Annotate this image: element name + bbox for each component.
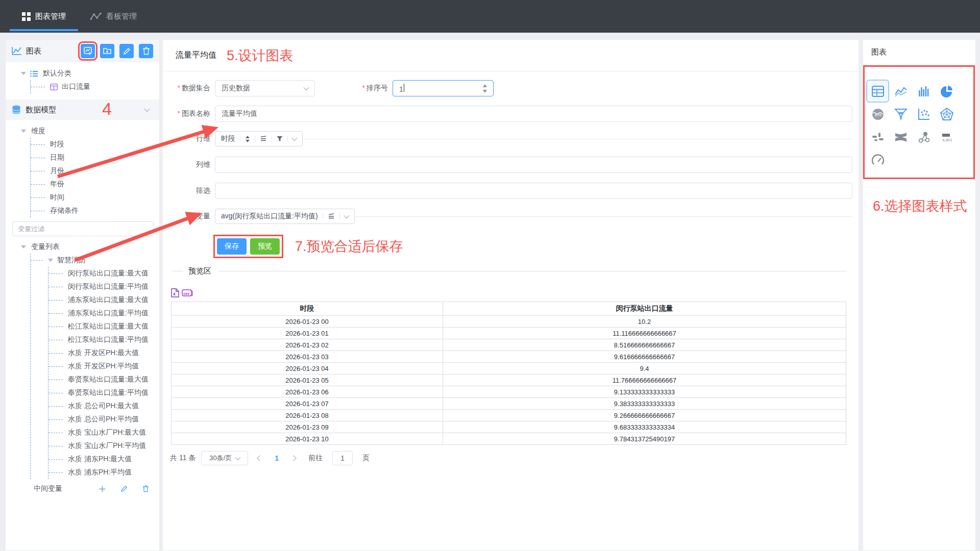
tree-node-label: 维度 bbox=[31, 127, 45, 136]
tree-node-label: 存储条件 bbox=[50, 206, 79, 215]
tree-node-dimension[interactable]: 时间 bbox=[31, 191, 159, 204]
tree-node-label: 闵行泵站出口流量:最大值 bbox=[68, 269, 149, 278]
tree-node-variable[interactable]: 浦东泵站出口流量:平均值 bbox=[48, 307, 159, 320]
tree-node-chart-item[interactable]: 出口流量 bbox=[31, 80, 159, 93]
tree-node-variable[interactable]: 奉贤泵站出口流量:最大值 bbox=[48, 373, 159, 386]
preview-button[interactable]: 预览 bbox=[250, 238, 280, 255]
variable-tag[interactable]: avg(闵行泵站出口流量:平均值) bbox=[215, 209, 355, 224]
table-header-row: 时段 闵行泵站出口流量 bbox=[172, 302, 846, 316]
add-folder-button[interactable] bbox=[100, 44, 114, 58]
tree-node-variable[interactable]: 水质 宝山水厂PH:平均值 bbox=[48, 439, 159, 453]
style-bar-chart[interactable] bbox=[912, 80, 935, 103]
filter-field[interactable] bbox=[215, 183, 852, 199]
table-row: 2026-01-23 069.133333333333333 bbox=[172, 386, 846, 398]
chevron-down-icon[interactable] bbox=[144, 106, 150, 112]
style-liquid-gauge[interactable]: 60% bbox=[866, 103, 889, 126]
style-funnel-chart[interactable] bbox=[889, 103, 912, 126]
style-treemap[interactable] bbox=[866, 126, 889, 148]
caret-down-icon[interactable] bbox=[21, 72, 26, 75]
order-number-input[interactable]: 1 bbox=[393, 80, 494, 96]
table-row: 2026-01-23 099.683333333333334 bbox=[172, 421, 846, 433]
tree-node-variable[interactable]: 奉贤泵站出口流量:平均值 bbox=[48, 386, 159, 399]
tree-node-dimension[interactable]: 月份 bbox=[31, 164, 159, 178]
prev-page-icon[interactable] bbox=[257, 455, 263, 461]
pagination-bar: 共 11 条 30条/页 1 前往 页 bbox=[170, 451, 852, 465]
chevron-down-icon[interactable] bbox=[291, 135, 297, 141]
tab-board-management[interactable]: 看板管理 bbox=[78, 0, 149, 33]
style-line-chart[interactable] bbox=[889, 80, 912, 103]
style-sankey[interactable] bbox=[889, 126, 912, 148]
bar-chart-icon bbox=[917, 84, 931, 98]
tree-node-dimensions[interactable]: 维度 bbox=[6, 124, 159, 138]
tree-node-variable-group[interactable]: 智慧消防 bbox=[31, 254, 159, 267]
variable-dropline bbox=[355, 216, 852, 217]
export-csv-icon[interactable]: csv bbox=[182, 289, 193, 297]
caret-down-icon[interactable] bbox=[21, 130, 26, 133]
tree-node-dimension[interactable]: 年份 bbox=[31, 178, 159, 191]
chart-name-input[interactable]: 流量平均值 bbox=[215, 106, 852, 122]
tree-node-variable-list[interactable]: 变量列表 bbox=[6, 240, 159, 254]
style-relation-graph[interactable] bbox=[912, 126, 935, 148]
style-speedometer[interactable] bbox=[866, 148, 889, 171]
cell-period: 2026-01-23 06 bbox=[172, 386, 443, 398]
caret-down-icon[interactable] bbox=[48, 259, 53, 262]
aggregate-lines-icon[interactable] bbox=[260, 136, 267, 142]
tree-node-dimension[interactable]: 存储条件 bbox=[31, 204, 159, 217]
stepper-up-icon[interactable] bbox=[483, 84, 487, 87]
tree-node-dimension[interactable]: 时段 bbox=[31, 138, 159, 151]
tree-node-variable[interactable]: 水质 总公司PH:最大值 bbox=[48, 399, 159, 413]
edit-button[interactable] bbox=[119, 44, 134, 58]
pencil-icon[interactable] bbox=[120, 485, 128, 492]
variable-filter-input[interactable] bbox=[12, 221, 154, 236]
table-row: 2026-01-23 039.616666666666667 bbox=[172, 351, 846, 363]
style-pie-chart[interactable] bbox=[935, 80, 958, 103]
style-radar-chart[interactable] bbox=[935, 103, 958, 126]
tab-board-label: 看板管理 bbox=[106, 12, 137, 21]
add-chart-button[interactable] bbox=[81, 44, 95, 58]
style-number-card[interactable]: 4,801 bbox=[935, 126, 958, 148]
col-dimension-field[interactable] bbox=[215, 157, 852, 173]
tree-node-variable[interactable]: 水质 浦东PH:最大值 bbox=[48, 453, 159, 466]
tree-node-variable[interactable]: 闵行泵站出口流量:平均值 bbox=[48, 280, 159, 293]
plus-icon[interactable] bbox=[99, 486, 106, 492]
delete-button[interactable] bbox=[139, 44, 153, 58]
goto-page-input[interactable] bbox=[332, 451, 353, 465]
style-scatter-chart[interactable] bbox=[912, 103, 935, 126]
row-dimension-tag[interactable]: 时段 bbox=[215, 131, 303, 146]
data-model-section-header[interactable]: 数据模型 bbox=[6, 99, 159, 120]
number-stepper[interactable] bbox=[483, 84, 487, 93]
tree-node-label: 默认分类 bbox=[43, 69, 71, 78]
aggregate-lines-icon[interactable] bbox=[328, 213, 335, 219]
chart-style-grid: 60% bbox=[863, 65, 975, 171]
tree-node-variable[interactable]: 闵行泵站出口流量:最大值 bbox=[48, 267, 159, 280]
tree-node-variable[interactable]: 水质 浦东PH:平均值 bbox=[48, 466, 159, 479]
tree-node-variable[interactable]: 松江泵站出口流量:平均值 bbox=[48, 333, 159, 346]
export-excel-icon[interactable]: x bbox=[171, 288, 179, 297]
chart-icon bbox=[12, 46, 22, 56]
tree-node-variable[interactable]: 松江泵站出口流量:最大值 bbox=[48, 320, 159, 333]
tree-node-variable[interactable]: 水质 宝山水厂PH:最大值 bbox=[48, 426, 159, 439]
caret-down-icon[interactable] bbox=[21, 245, 26, 248]
variable-field[interactable]: avg(闵行泵站出口流量:平均值) bbox=[215, 209, 852, 224]
tree-node-dimension[interactable]: 日期 bbox=[31, 151, 159, 164]
row-dimension-label: 行维 bbox=[163, 134, 215, 143]
filter-funnel-icon[interactable] bbox=[277, 136, 283, 142]
tree-node-variable[interactable]: 水质 开发区PH:最大值 bbox=[48, 346, 159, 360]
tab-chart-management[interactable]: 图表管理 bbox=[10, 0, 78, 33]
style-table-chart[interactable] bbox=[866, 80, 889, 103]
chevron-down-icon[interactable] bbox=[344, 213, 349, 218]
tree-node-variable[interactable]: 水质 开发区PH:平均值 bbox=[48, 360, 159, 373]
sort-updown-icon[interactable] bbox=[245, 136, 250, 142]
row-dimension-field[interactable]: 时段 bbox=[215, 131, 852, 146]
dataset-select[interactable]: 历史数据 bbox=[215, 80, 315, 96]
save-button[interactable]: 保存 bbox=[217, 238, 247, 255]
stepper-down-icon[interactable] bbox=[483, 90, 487, 93]
next-page-icon[interactable] bbox=[290, 455, 296, 461]
page-size-select[interactable]: 30条/页 bbox=[201, 451, 248, 465]
tree-node-variable[interactable]: 水质 总公司PH:平均值 bbox=[48, 413, 159, 426]
trash-icon[interactable] bbox=[142, 485, 149, 492]
tree-node-default-category[interactable]: 默认分类 bbox=[6, 67, 159, 80]
page-number[interactable]: 1 bbox=[275, 454, 279, 462]
tree-node-label: 浦东泵站出口流量:最大值 bbox=[68, 295, 149, 305]
tree-node-variable[interactable]: 浦东泵站出口流量:最大值 bbox=[48, 293, 159, 307]
